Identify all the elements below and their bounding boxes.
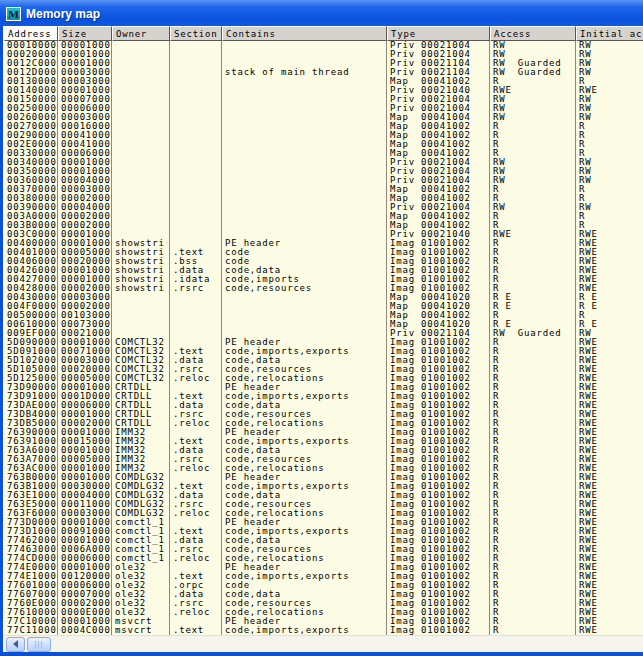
- table-row[interactable]: 0033000000006000Map 00041002RR: [4, 149, 643, 158]
- table-row[interactable]: 774CD00000006000comctl_1.reloccode,reloc…: [4, 554, 643, 563]
- table-row[interactable]: 763AC00000001000IMM32.reloccode,relocati…: [4, 464, 643, 473]
- table-row[interactable]: 5D09100000071000COMCTL32.textcode,import…: [4, 347, 643, 356]
- table-row[interactable]: 7639100000015000IMM32.textcode,imports,e…: [4, 437, 643, 446]
- table-row[interactable]: 0043000000003000Map 00041020R ER E: [4, 293, 643, 302]
- cell-contains: PE header: [222, 338, 387, 347]
- table-row[interactable]: 77C110000004C000msvcrt.textcode,imports,…: [4, 626, 643, 635]
- table-row[interactable]: 7746200000001000comctl_1.datacode,dataIm…: [4, 536, 643, 545]
- cell-address: 73DAE000: [4, 401, 58, 410]
- cell-access: R: [490, 437, 576, 446]
- table-row[interactable]: 009EF00000021000Priv 00021104RW GuardedR…: [4, 329, 643, 338]
- table-row[interactable]: 773D000000001000comctl_1PE headerImag 01…: [4, 518, 643, 527]
- table-row[interactable]: 773D100000091000comctl_1.textcode,import…: [4, 527, 643, 536]
- cell-section: [170, 311, 222, 320]
- table-row[interactable]: 774E100000120000ole32.textcode,imports,e…: [4, 572, 643, 581]
- column-header-initial-acc[interactable]: Initial acc: [576, 26, 643, 41]
- table-row[interactable]: 73DB500000002000CRTDLL.reloccode,relocat…: [4, 419, 643, 428]
- column-header-size[interactable]: Size: [58, 26, 112, 41]
- column-header-address[interactable]: Address: [4, 26, 58, 41]
- table-row[interactable]: 7760E00000002000ole32.rsrccode,resources…: [4, 599, 643, 608]
- title-bar[interactable]: M Memory map: [0, 0, 643, 26]
- table-row[interactable]: 763F600000003000COMDLG32.reloccode,reloc…: [4, 509, 643, 518]
- table-row[interactable]: 73DAE00000006000CRTDLL.datacode,dataImag…: [4, 401, 643, 410]
- table-row[interactable]: 73D9000000001000CRTDLLPE headerImag 0100…: [4, 383, 643, 392]
- table-row[interactable]: 763E500000011000COMDLG32.rsrccode,resour…: [4, 500, 643, 509]
- table-row[interactable]: 0035000000001000Priv 00021004RWRW: [4, 167, 643, 176]
- table-row[interactable]: 003A000000002000Map 00041002RR: [4, 212, 643, 221]
- table-row[interactable]: 5D10500000020000COMCTL32.rsrccode,resour…: [4, 365, 643, 374]
- column-header-section[interactable]: Section: [170, 26, 222, 41]
- table-row[interactable]: 0015000000007000Priv 00021004RWRW: [4, 95, 643, 104]
- table-row[interactable]: 002E000000041000Map 00041002RR: [4, 140, 643, 149]
- table-row[interactable]: 77C1000000001000msvcrtPE headerImag 0100…: [4, 617, 643, 626]
- table-row[interactable]: 763B000000001000COMDLG32PE headerImag 01…: [4, 473, 643, 482]
- cell-contains: code,imports,exports: [222, 482, 387, 491]
- table-row[interactable]: 763B100000030000COMDLG32.textcode,import…: [4, 482, 643, 491]
- table-row[interactable]: 763A700000005000IMM32.rsrccode,resources…: [4, 455, 643, 464]
- scroll-thumb[interactable]: [27, 637, 51, 652]
- column-header-type[interactable]: Type: [387, 26, 490, 41]
- table-row[interactable]: 7760100000006000ole32.orpccodeImag 01001…: [4, 581, 643, 590]
- cell-size: 00001000: [58, 275, 112, 284]
- table-row[interactable]: 0036000000004000Priv 00021004RWRW: [4, 176, 643, 185]
- table-row[interactable]: 0061000000073000Map 00041020R ER E: [4, 320, 643, 329]
- cell-type: Priv 00021004: [387, 203, 490, 212]
- table-row[interactable]: 0042800000002000showstri.rsrccode,resour…: [4, 284, 643, 293]
- column-header-access[interactable]: Access: [490, 26, 576, 41]
- table-row[interactable]: 774E000000001000ole32PE headerImag 01001…: [4, 563, 643, 572]
- table-row[interactable]: 003C000000001000Priv 00021040RWERWE: [4, 230, 643, 239]
- column-header-contains[interactable]: Contains: [222, 26, 387, 41]
- table-row[interactable]: 7760700000007000ole32.datacode,dataImag …: [4, 590, 643, 599]
- table-row[interactable]: 0040000000001000showstriPE headerImag 01…: [4, 239, 643, 248]
- cell-type: Map 00041002: [387, 311, 490, 320]
- cell-access: RW: [490, 158, 576, 167]
- table-row[interactable]: 763E100000004000COMDLG32.datacode,dataIm…: [4, 491, 643, 500]
- table-row[interactable]: 0002000000001000Priv 00021004RWRW: [4, 50, 643, 59]
- table-row[interactable]: 0042600000001000showstri.datacode,dataIm…: [4, 266, 643, 275]
- table-row[interactable]: 0027000000016000Map 00041002RR: [4, 122, 643, 131]
- h-scrollbar[interactable]: [4, 635, 643, 652]
- cell-section: .text: [170, 347, 222, 356]
- table-row[interactable]: 0001000000001000Priv 00021004RWRW: [4, 41, 643, 50]
- cell-initial-acc: RWE: [576, 257, 643, 266]
- table-row[interactable]: 73D910000001D000CRTDLL.textcode,imports,…: [4, 392, 643, 401]
- table-row[interactable]: 0014000000001000Priv 00021040RWERWE: [4, 86, 643, 95]
- scroll-track[interactable]: [51, 636, 643, 653]
- table-row[interactable]: 763A600000001000IMM32.datacode,dataImag …: [4, 446, 643, 455]
- table-row[interactable]: 0013000000003000Map 00041002RR: [4, 77, 643, 86]
- table-row[interactable]: 0042700000001000showstri.idatacode,impor…: [4, 275, 643, 284]
- cell-initial-acc: RWE: [576, 365, 643, 374]
- scroll-left-button[interactable]: [6, 637, 25, 652]
- table-row[interactable]: 0050000000103000Map 00041002RR: [4, 311, 643, 320]
- table-row[interactable]: 0029000000041000Map 00041002RR: [4, 131, 643, 140]
- table-row[interactable]: 0037000000003000Map 00041002RR: [4, 185, 643, 194]
- table-row[interactable]: 7639000000001000IMM32PE headerImag 01001…: [4, 428, 643, 437]
- table-row[interactable]: 774630000006A000comctl_1.rsrccode,resour…: [4, 545, 643, 554]
- table-row[interactable]: 0040100000005000showstri.textcodeImag 01…: [4, 248, 643, 257]
- table-row[interactable]: 004F000000002000Map 00041020R ER E: [4, 302, 643, 311]
- table-row[interactable]: 0038000000002000Map 00041002RR: [4, 194, 643, 203]
- table-row[interactable]: 0034000000001000Priv 00021004RWRW: [4, 158, 643, 167]
- cell-initial-acc: RWE: [576, 617, 643, 626]
- table-row[interactable]: 0012C00000001000Priv 00021104RW GuardedR…: [4, 59, 643, 68]
- table-row[interactable]: 0039000000004000Priv 00021004RWRW: [4, 203, 643, 212]
- table-row[interactable]: 003B000000002000Map 00041002RR: [4, 221, 643, 230]
- table-row[interactable]: 0012D00000003000stack of main threadPriv…: [4, 68, 643, 77]
- table-row[interactable]: 776100000000E000ole32.reloccode,relocati…: [4, 608, 643, 617]
- cell-owner: CRTDLL: [112, 410, 170, 419]
- cell-access: R: [490, 590, 576, 599]
- cell-access: RW Guarded: [490, 59, 576, 68]
- window-icon[interactable]: M: [6, 7, 21, 21]
- table-row[interactable]: 0025000000006000Priv 00021004RWRW: [4, 104, 643, 113]
- cell-type: Imag 01001002: [387, 383, 490, 392]
- table-row[interactable]: 5D10200000003000COMCTL32.datacode,dataIm…: [4, 356, 643, 365]
- cell-section: .text: [170, 482, 222, 491]
- table-row[interactable]: 5D12500000005000COMCTL32.reloccode,reloc…: [4, 374, 643, 383]
- table-row[interactable]: 5D09000000001000COMCTL32PE headerImag 01…: [4, 338, 643, 347]
- table-row[interactable]: 0040600000020000showstri.bsscodeImag 010…: [4, 257, 643, 266]
- table-row[interactable]: 0026000000003000Map 00041004RWRW: [4, 113, 643, 122]
- table-row[interactable]: 73DB400000001000CRTDLL.rsrccode,resource…: [4, 410, 643, 419]
- column-header-owner[interactable]: Owner: [112, 26, 170, 41]
- cell-section: .text: [170, 392, 222, 401]
- cell-size: 00001000: [58, 239, 112, 248]
